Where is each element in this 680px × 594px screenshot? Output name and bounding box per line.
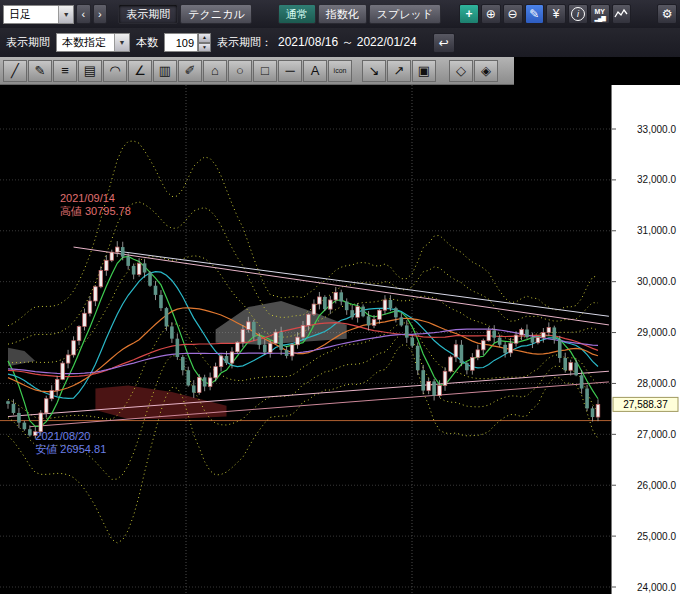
add-chart-button[interactable]: + <box>459 4 479 24</box>
yen-display-button[interactable]: ¥ <box>546 4 566 24</box>
prev-button[interactable]: ‹ <box>76 4 90 24</box>
bar-count-field: 109 ▲ ▼ <box>164 33 211 52</box>
info-icon: i <box>571 7 585 21</box>
tool-icon-stamp[interactable]: icon <box>328 60 352 82</box>
price-chart[interactable]: 2021/09/14高値 30795.782021/08/20安値 26954.… <box>0 85 680 594</box>
tool-arrow-ne[interactable]: ↗ <box>387 60 411 82</box>
y-axis[interactable] <box>612 85 680 594</box>
pencil-icon: ✎ <box>529 7 539 21</box>
reset-period-button[interactable]: ↩ <box>433 33 455 53</box>
normal-mode-button[interactable]: 通常 <box>278 4 316 24</box>
tool-line[interactable]: ╱ <box>3 60 27 82</box>
tool-eraser[interactable]: ◇ <box>449 60 473 82</box>
return-arrow-icon: ↩ <box>439 36 449 50</box>
bar-count-label: 本数 <box>136 35 158 50</box>
y-axis-label: 25,000.0 <box>637 531 676 542</box>
increment-button[interactable]: ▲ <box>198 33 211 43</box>
decrement-button[interactable]: ▼ <box>198 43 211 53</box>
period-mode-select[interactable]: 本数指定 ▼ <box>56 33 130 52</box>
tool-angle[interactable]: ∠ <box>128 60 152 82</box>
next-button[interactable]: › <box>93 4 107 24</box>
y-axis-label: 26,000.0 <box>637 480 676 491</box>
range-label: 表示期間： <box>217 35 272 50</box>
y-axis-label: 24,000.0 <box>637 582 676 593</box>
y-axis-label: 31,000.0 <box>637 225 676 236</box>
y-axis-label: 33,000.0 <box>637 124 676 135</box>
my-chart-label: MY <box>594 8 605 15</box>
tool-arc[interactable]: ◠ <box>103 60 127 82</box>
tool-arrow-se[interactable]: ↘ <box>362 60 386 82</box>
chart-lines-button[interactable] <box>612 4 632 24</box>
period-label: 表示期間 <box>6 35 50 50</box>
chevron-down-icon: ▼ <box>114 34 129 51</box>
drawing-toolbar: ╱ ✎ ≡ ▤ ◠ ∠ ▥ ✐ ⌂ ○ □ ─ A icon ↘ ↗ ▣ ◇ ◈ <box>0 57 514 85</box>
zoom-in-icon: ⊕ <box>486 7 496 21</box>
y-axis-label: 29,000.0 <box>637 327 676 338</box>
bar-count-stepper: ▲ ▼ <box>198 33 211 52</box>
tool-pentagon[interactable]: ⌂ <box>203 60 227 82</box>
range-value: 2021/08/16 ～ 2022/01/24 <box>278 34 417 51</box>
timeframe-value: 日足 <box>4 7 58 22</box>
tool-grid[interactable]: ▥ <box>153 60 177 82</box>
bar-count-input[interactable]: 109 <box>164 33 198 52</box>
y-axis-label: 32,000.0 <box>637 174 676 185</box>
zoom-out-icon: ⊖ <box>508 7 518 21</box>
drawing-toolbar-row: ╱ ✎ ≡ ▤ ◠ ∠ ▥ ✐ ⌂ ○ □ ─ A icon ↘ ↗ ▣ ◇ ◈ <box>0 57 680 85</box>
tool-select-box[interactable]: ▣ <box>412 60 436 82</box>
period-toolbar: 表示期間 本数指定 ▼ 本数 109 ▲ ▼ 表示期間： 2021/08/16 … <box>0 28 680 57</box>
y-axis-label: 27,000.0 <box>637 429 676 440</box>
tool-marker[interactable]: ✐ <box>178 60 202 82</box>
tool-text[interactable]: A <box>303 60 327 82</box>
low_label-date: 2021/08/20 <box>35 430 90 442</box>
tool-eraser-all[interactable]: ◈ <box>474 60 498 82</box>
chevron-down-icon: ▼ <box>58 6 73 23</box>
yen-icon: ¥ <box>553 7 560 21</box>
spread-mode-button[interactable]: スプレッド <box>369 4 441 24</box>
zoom-in-button[interactable]: ⊕ <box>481 4 501 24</box>
tool-circle[interactable]: ○ <box>228 60 252 82</box>
tool-multiline[interactable]: ≡ <box>53 60 77 82</box>
zoom-out-button[interactable]: ⊖ <box>503 4 523 24</box>
y-axis-label: 30,000.0 <box>637 276 676 287</box>
tool-pencil[interactable]: ✎ <box>28 60 52 82</box>
tool-channel[interactable]: ▤ <box>78 60 102 82</box>
high_label-date: 2021/09/14 <box>60 192 115 204</box>
technical-button[interactable]: テクニカル <box>180 4 252 24</box>
timeframe-select[interactable]: 日足 ▼ <box>3 5 74 24</box>
high_label-value: 高値 30795.78 <box>60 205 131 217</box>
wrench-icon: ⚙ <box>662 7 673 21</box>
main-toolbar: 日足 ▼ ‹ › 表示期間 テクニカル 通常 指数化 スプレッド + ⊕ ⊖ ✎… <box>0 0 680 28</box>
last-price-label: 27,588.37 <box>623 399 668 410</box>
line-chart-icon <box>614 8 628 20</box>
my-chart-button[interactable]: MY ▂▄▆ <box>590 4 610 24</box>
settings-button[interactable]: ⚙ <box>657 4 677 24</box>
mini-bars-icon: ▂▄▆ <box>594 15 604 21</box>
tool-rect[interactable]: □ <box>253 60 277 82</box>
indexed-mode-button[interactable]: 指数化 <box>318 4 367 24</box>
y-axis-label: 28,000.0 <box>637 378 676 389</box>
display-period-button[interactable]: 表示期間 <box>118 4 178 24</box>
draw-mode-button[interactable]: ✎ <box>525 4 545 24</box>
period-mode-value: 本数指定 <box>57 35 114 50</box>
tool-hline[interactable]: ─ <box>278 60 302 82</box>
low_label-value: 安値 26954.81 <box>35 443 106 455</box>
info-button[interactable]: i <box>568 4 588 24</box>
